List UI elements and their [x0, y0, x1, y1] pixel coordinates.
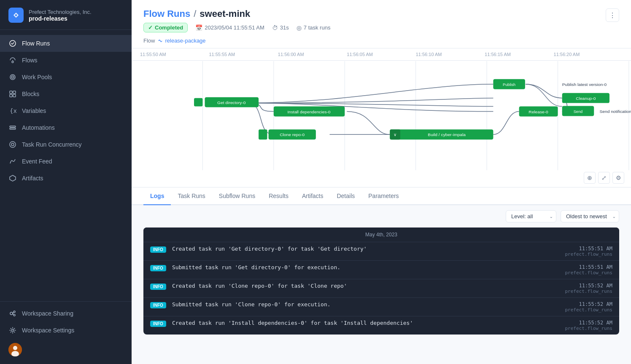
timeline-label-3: 11:56:05 AM [347, 48, 415, 60]
datetime-text: 2023/05/04 11:55:51 AM [205, 24, 264, 31]
svg-text:Build / cyber-impala: Build / cyber-impala [428, 132, 466, 137]
svg-point-1 [12, 61, 13, 63]
logs-table-container: May 4th, 2023 INFO Created task run 'Get… [132, 228, 631, 364]
page-header: Flow Runs / sweet-mink ✓ Completed 📅 202… [132, 0, 631, 48]
sidebar-item-work-pools[interactable]: Work Pools [0, 69, 132, 86]
workspace-sharing-label: Workspace Sharing [22, 310, 73, 317]
log-time: 11:55:51 AM [565, 246, 612, 252]
log-level-badge: INFO [150, 246, 166, 253]
timeline-label-1: 11:55:55 AM [209, 48, 278, 60]
log-source: prefect.flow_runs [565, 307, 612, 313]
concurrency-icon [8, 140, 17, 149]
svg-rect-11 [10, 128, 16, 129]
workspace-settings-label: Workspace Settings [22, 327, 74, 334]
sidebar-item-workspace-settings[interactable]: Workspace Settings [0, 322, 132, 339]
log-source: prefect.flow_runs [565, 289, 612, 294]
sidebar: Prefect Technologies, Inc. prod-releases… [0, 0, 132, 364]
tab-details[interactable]: Details [330, 187, 361, 205]
flows-icon [8, 56, 17, 64]
status-badge: ✓ Completed [143, 23, 188, 32]
timeline-label-0: 11:55:50 AM [140, 48, 209, 60]
settings-icon [8, 326, 17, 335]
svg-rect-7 [10, 94, 12, 97]
flow-runs-icon [8, 39, 17, 48]
flow-graph-svg: Get directory-0 Install dependencies-0 C… [132, 61, 631, 170]
log-meta: 11:55:52 AM prefect.flow_runs [565, 320, 612, 331]
sidebar-item-blocks[interactable]: Blocks [0, 86, 132, 102]
svg-text:Publish: Publish [503, 83, 515, 87]
breadcrumb: Flow Runs / sweet-mink [143, 8, 619, 19]
log-meta: 11:55:52 AM prefect.flow_runs [565, 283, 612, 294]
sidebar-item-label-variables: Variables [22, 107, 46, 114]
flow-row: Flow release-package [143, 37, 619, 44]
avatar [8, 343, 22, 356]
tab-artifacts[interactable]: Artifacts [295, 187, 330, 205]
sidebar-item-artifacts[interactable]: Artifacts [0, 170, 132, 187]
log-time: 11:55:52 AM [565, 301, 612, 307]
sidebar-item-label-artifacts: Artifacts [22, 175, 43, 182]
header-actions: ⋮ [606, 8, 619, 22]
log-message: Created task run 'Install dependencies-0… [172, 320, 559, 326]
tabs-bar: Logs Task Runs Subflow Runs Results Arti… [132, 187, 631, 205]
svg-text:{x}: {x} [10, 107, 16, 114]
sharing-icon [8, 309, 17, 318]
tab-subflow-runs[interactable]: Subflow Runs [212, 187, 262, 205]
user-profile[interactable] [0, 339, 132, 361]
sidebar-item-workspace-sharing[interactable]: Workspace Sharing [0, 305, 132, 322]
sidebar-item-variables[interactable]: {x} Variables [0, 102, 132, 119]
flow-link[interactable]: release-package [157, 37, 205, 44]
log-level-badge: INFO [150, 302, 166, 308]
log-row: INFO Submitted task run 'Get directory-0… [143, 260, 619, 279]
log-row: INFO Created task run 'Clone repo-0' for… [143, 279, 619, 297]
timeline-label-6: 11:56:20 AM [554, 48, 623, 60]
graph-section: 11:55:50 AM 11:55:55 AM 11:56:00 AM 11:5… [132, 48, 631, 187]
tab-results[interactable]: Results [262, 187, 295, 205]
sidebar-item-label-work-pools: Work Pools [22, 74, 52, 80]
task-runs-text: 7 task runs [304, 24, 331, 31]
sidebar-item-flow-runs[interactable]: Flow Runs [0, 35, 132, 52]
log-row: INFO Created task run 'Get directory-0' … [143, 242, 619, 260]
flow-link-text: release-package [165, 37, 205, 44]
logs-controls: Level: all Oldest to newest [132, 205, 631, 228]
sidebar-item-task-run-concurrency[interactable]: Task Run Concurrency [0, 136, 132, 153]
timeline-header: 11:55:50 AM 11:55:55 AM 11:56:00 AM 11:5… [132, 48, 631, 61]
log-source: prefect.flow_runs [565, 270, 612, 276]
breadcrumb-flow-runs-link[interactable]: Flow Runs [143, 8, 190, 19]
workspace-name: prod-releases [29, 15, 92, 22]
flow-link-icon [157, 38, 163, 44]
level-select-wrapper: Level: all [506, 210, 556, 222]
svg-point-17 [12, 329, 14, 332]
sidebar-item-automations[interactable]: Automations [0, 119, 132, 136]
sidebar-item-label-flow-runs: Flow Runs [22, 40, 50, 47]
sidebar-item-flows[interactable]: Flows [0, 52, 132, 69]
variables-icon: {x} [8, 107, 17, 115]
sidebar-item-label-concurrency: Task Run Concurrency [22, 141, 82, 148]
log-source: prefect.flow_runs [565, 326, 612, 331]
tab-logs[interactable]: Logs [143, 187, 171, 205]
more-options-button[interactable]: ⋮ [606, 8, 619, 22]
blocks-icon [8, 90, 17, 98]
log-message: Created task run 'Get directory-0' for t… [172, 246, 559, 252]
level-select[interactable]: Level: all [506, 210, 556, 222]
svg-rect-5 [10, 91, 12, 94]
graph-settings-button[interactable]: ⚙ [612, 172, 624, 184]
svg-text:Get directory-0: Get directory-0 [217, 100, 246, 105]
timeline-label-5: 11:56:15 AM [485, 48, 553, 60]
artifacts-icon [8, 174, 17, 182]
automations-icon [8, 123, 17, 132]
sort-select[interactable]: Oldest to newest [561, 210, 619, 222]
tab-task-runs[interactable]: Task Runs [171, 187, 212, 205]
tab-parameters[interactable]: Parameters [361, 187, 405, 205]
sidebar-item-label-event-feed: Event Feed [22, 158, 52, 165]
org-name: Prefect Technologies, Inc. [29, 9, 92, 15]
timeline-label-4: 11:56:10 AM [416, 48, 485, 60]
sidebar-item-event-feed[interactable]: Event Feed [0, 153, 132, 170]
svg-point-4 [12, 77, 13, 78]
graph-fullscreen-button[interactable]: ⤢ [598, 172, 610, 184]
svg-text:Install dependencies-0: Install dependencies-0 [287, 110, 330, 114]
sidebar-nav: Flow Runs Flows Work Pools [0, 30, 132, 301]
graph-target-icon[interactable]: ⊕ [584, 172, 596, 184]
svg-rect-10 [10, 126, 16, 127]
datetime-meta: 📅 2023/05/04 11:55:51 AM [195, 24, 264, 31]
org-info: Prefect Technologies, Inc. prod-releases [29, 9, 92, 22]
